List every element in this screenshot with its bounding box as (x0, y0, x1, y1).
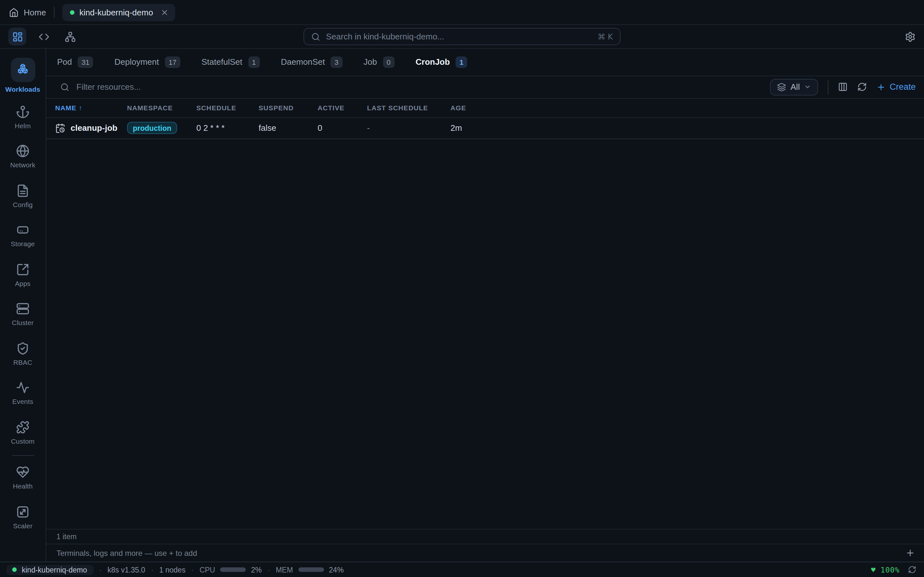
close-tab-icon[interactable] (160, 8, 168, 16)
connection-status-dot (12, 567, 17, 572)
filter-input[interactable] (76, 82, 763, 92)
last-schedule-cell: - (367, 123, 451, 133)
tab-pod[interactable]: Pod 31 (57, 56, 94, 68)
cluster-status-dot (69, 10, 74, 15)
namespace-filter-value: All (790, 82, 800, 92)
sidebar-label: RBAC (13, 358, 32, 366)
cpu-bar (220, 567, 246, 572)
tab-cronjob[interactable]: CronJob 1 (415, 56, 467, 68)
cpu-meter: CPU 2% (200, 566, 262, 574)
mem-percent: 24% (329, 566, 344, 574)
sidebar-label: Workloads (5, 85, 40, 93)
sidebar-label: Config (13, 201, 33, 208)
cluster-tab[interactable]: kind-kuberniq-demo (62, 3, 175, 21)
k8s-version-label: k8s v1.35.0 (107, 566, 145, 574)
tab-label: Deployment (115, 57, 159, 67)
terminal-drawer-bar: Terminals, logs and more — use + to add (46, 544, 924, 562)
statusbar-cluster-name: kind-kuberniq-demo (22, 566, 87, 574)
view-toolbar: Search in kind-kuberniq-demo... ⌘ K (0, 25, 924, 49)
tab-count-badge: 1 (456, 56, 467, 68)
sidebar-item-storage[interactable]: Storage (0, 216, 45, 255)
column-header-namespace[interactable]: NAMESPACE (127, 104, 196, 112)
code-view-button[interactable] (35, 27, 53, 45)
node-count-label: 1 nodes (159, 566, 186, 574)
anchor-icon (16, 105, 29, 119)
sidebar-item-rbac[interactable]: RBAC (0, 334, 45, 374)
sort-ascending-icon: ↑ (79, 104, 82, 112)
search-shortcut: ⌘ K (598, 32, 613, 41)
settings-button[interactable] (905, 31, 916, 42)
mem-label: MEM (276, 566, 293, 574)
topology-view-button[interactable] (61, 27, 79, 45)
scale-diagonal-icon (16, 505, 29, 519)
sidebar-item-cluster[interactable]: Cluster (0, 295, 45, 334)
home-label: Home (24, 7, 46, 17)
search-icon (311, 32, 320, 41)
statusbar-separator: · (268, 566, 270, 574)
tab-deployment[interactable]: Deployment 17 (115, 56, 180, 68)
globe-icon (16, 145, 29, 158)
column-header-last-schedule[interactable]: LAST SCHEDULE (367, 104, 451, 112)
cronjob-name-cell[interactable]: cleanup-job (55, 123, 127, 133)
refresh-icon[interactable] (858, 82, 867, 92)
create-button[interactable]: Create (877, 82, 916, 92)
filterbar-divider (828, 80, 829, 94)
file-text-icon (16, 184, 29, 197)
column-header-name[interactable]: NAME ↑ (55, 104, 127, 112)
column-header-schedule[interactable]: SCHEDULE (196, 104, 258, 112)
namespace-filter-button[interactable]: All (770, 79, 819, 95)
drive-icon (16, 223, 29, 237)
titlebar-divider (53, 6, 54, 18)
health-indicator: ♥ 100% (871, 565, 900, 574)
terminal-drawer-hint: Terminals, logs and more — use + to add (57, 548, 197, 558)
column-header-age[interactable]: AGE (451, 104, 924, 112)
sidebar-label: Custom (11, 437, 35, 445)
create-label: Create (890, 82, 916, 92)
tab-label: DaemonSet (281, 57, 325, 67)
server-icon (16, 302, 29, 316)
sidebar-item-helm[interactable]: Helm (0, 97, 45, 137)
main-panel: Pod 31 Deployment 17 StatefulSet 1 Daemo… (46, 49, 924, 562)
tab-label: StatefulSet (202, 57, 242, 67)
app-window: Home kind-kuberniq-demo Search in kind-k… (0, 0, 924, 577)
table-header: NAME ↑ NAMESPACE SCHEDULE SUSPEND ACTIVE… (46, 99, 924, 118)
tab-count-badge: 0 (383, 56, 394, 68)
home-icon (9, 7, 19, 17)
sidebar-label: Apps (15, 279, 31, 287)
columns-icon[interactable] (838, 82, 848, 92)
plus-icon (877, 83, 886, 92)
tab-job[interactable]: Job 0 (363, 56, 394, 68)
column-header-suspend[interactable]: SUSPEND (258, 104, 318, 112)
sidebar-item-custom[interactable]: Custom (0, 413, 45, 452)
statusbar-refresh-icon[interactable] (908, 566, 916, 574)
home-button[interactable]: Home (9, 7, 46, 17)
sidebar-item-workloads[interactable]: Workloads (0, 53, 45, 97)
tab-count-badge: 3 (331, 56, 342, 68)
sidebar-item-scaler[interactable]: Scaler (0, 498, 45, 537)
heart-pulse-icon (16, 466, 29, 479)
tab-count-badge: 1 (248, 56, 260, 68)
dashboard-view-button[interactable] (8, 27, 26, 45)
dashboard-grid-icon (12, 31, 23, 42)
mem-meter: MEM 24% (276, 566, 344, 574)
items-count-label: 1 item (57, 533, 77, 540)
tab-label: CronJob (415, 57, 450, 67)
sidebar-item-network[interactable]: Network (0, 137, 45, 176)
sidebar-item-config[interactable]: Config (0, 176, 45, 216)
sidebar-item-events[interactable]: Events (0, 374, 45, 413)
tab-daemonset[interactable]: DaemonSet 3 (281, 56, 342, 68)
tab-statefulset[interactable]: StatefulSet 1 (202, 56, 260, 68)
add-terminal-icon[interactable] (905, 548, 915, 558)
sidebar-label: Network (10, 161, 35, 169)
statusbar-cluster-chip[interactable]: kind-kuberniq-demo (6, 564, 94, 575)
global-search[interactable]: Search in kind-kuberniq-demo... ⌘ K (304, 28, 620, 45)
sidebar-divider (12, 455, 34, 456)
sidebar-item-health[interactable]: Health (0, 458, 45, 498)
layers-icon (777, 83, 786, 92)
column-header-active[interactable]: ACTIVE (318, 104, 367, 112)
suspend-cell: false (258, 123, 318, 133)
mem-bar (298, 567, 324, 572)
sidebar-item-apps[interactable]: Apps (0, 255, 45, 295)
age-cell: 2m (451, 123, 924, 133)
table-row[interactable]: cleanup-job production 0 2 * * * false 0… (46, 118, 924, 139)
